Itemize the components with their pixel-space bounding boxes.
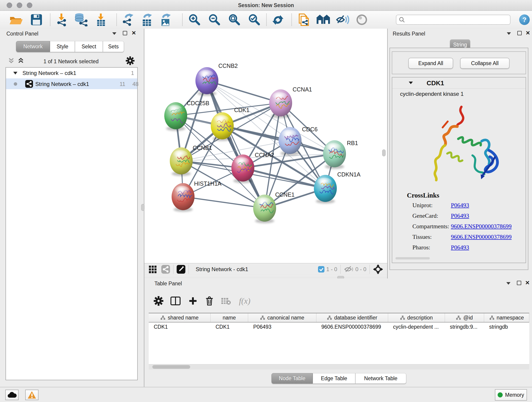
- string-homes-button[interactable]: [316, 13, 330, 26]
- network-edge-hist1h1a-ccne1[interactable]: [183, 197, 265, 208]
- export-network-button[interactable]: [121, 13, 135, 26]
- right-splitter-handle[interactable]: [382, 149, 386, 156]
- network-node-CDKN1A[interactable]: CDKN1A: [314, 171, 361, 204]
- add-column-button[interactable]: [187, 295, 199, 307]
- birdseye-view-icon[interactable]: [177, 265, 185, 274]
- tab-network-table[interactable]: Network Table: [355, 373, 406, 384]
- cloud-icon: [7, 391, 17, 398]
- collapse-all-icon[interactable]: [8, 57, 16, 64]
- fit-crosshair-icon[interactable]: [373, 264, 383, 274]
- panel-float-icon[interactable]: [517, 31, 522, 35]
- import-network-database-button[interactable]: [74, 13, 88, 26]
- network-node-CCNA2[interactable]: CCNA2: [231, 152, 274, 183]
- network-node-CCNE1[interactable]: CCNE1: [253, 191, 295, 223]
- open-session-button[interactable]: [9, 13, 23, 26]
- collapse-all-button[interactable]: Collapse All: [460, 58, 510, 69]
- scrollbar-thumb[interactable]: [152, 365, 190, 369]
- table-cell-database-identifier[interactable]: 9606.ENSP00000378699: [317, 322, 388, 331]
- table-cell-shared-name[interactable]: CDK1: [149, 322, 210, 331]
- tab-style[interactable]: Style: [50, 41, 75, 52]
- expand-all-button[interactable]: Expand All: [408, 58, 453, 69]
- section-scrollbar[interactable]: [395, 257, 430, 259]
- panel-float-icon[interactable]: [517, 281, 521, 285]
- selected-checkbox-icon[interactable]: [318, 266, 324, 273]
- column-header-@id[interactable]: @id: [445, 313, 484, 322]
- panel-collapse-icon[interactable]: [507, 32, 511, 35]
- table-cell-namespace[interactable]: stringdb: [484, 322, 529, 331]
- function-builder-button[interactable]: f(x): [235, 295, 254, 307]
- section-collapse-icon[interactable]: [409, 82, 413, 84]
- crosslink-link[interactable]: 9606.ENSP00000378699: [451, 223, 512, 230]
- crosslink-link[interactable]: P06493: [451, 212, 469, 219]
- table-row[interactable]: CDK1CDK1P064939606.ENSP00000378699cyclin…: [149, 322, 529, 331]
- search-field[interactable]: [396, 15, 510, 25]
- tab-select[interactable]: Select: [75, 41, 103, 52]
- help-button[interactable]: ?: [519, 14, 530, 25]
- search-input[interactable]: [405, 17, 505, 23]
- column-header-canonical-name[interactable]: canonical name: [248, 313, 316, 322]
- show-glyphs-button[interactable]: [355, 13, 369, 26]
- crosslink-link[interactable]: P06493: [451, 244, 469, 251]
- horizontal-splitter[interactable]: [144, 276, 387, 279]
- delete-column-button[interactable]: [203, 295, 215, 307]
- zoom-selected-button[interactable]: [247, 13, 261, 26]
- cloud-status-button[interactable]: [5, 390, 19, 400]
- panel-collapse-icon[interactable]: [506, 282, 510, 285]
- memory-button[interactable]: Memory: [495, 389, 527, 401]
- column-header-namespace[interactable]: namespace: [484, 313, 529, 322]
- export-image-button[interactable]: [159, 13, 173, 26]
- network-node-CCNB2[interactable]: CCNB2: [196, 63, 238, 96]
- zoom-in-button[interactable]: [187, 13, 202, 26]
- column-header-name[interactable]: name: [210, 313, 248, 322]
- table-options-button[interactable]: [152, 295, 165, 307]
- network-collection-row[interactable]: String Network – cdk1 1: [6, 68, 137, 78]
- section-title: CDK1: [427, 80, 444, 87]
- section-header[interactable]: CDK1: [392, 77, 526, 89]
- panel-close-icon[interactable]: ✕: [525, 281, 530, 284]
- table-horizontal-scrollbar[interactable]: [149, 364, 529, 370]
- column-header-database-identifier[interactable]: database identifier: [317, 313, 388, 322]
- network-edge-cdk1-rb1[interactable]: [222, 126, 335, 154]
- import-network-file-button[interactable]: [55, 13, 69, 26]
- hide-glyphs-button[interactable]: [336, 13, 350, 26]
- panel-close-icon[interactable]: ✕: [132, 31, 136, 35]
- table-cell-description[interactable]: cyclin-dependent ...: [388, 322, 445, 331]
- table-cell-name[interactable]: CDK1: [210, 322, 248, 331]
- panel-close-icon[interactable]: ✕: [526, 31, 530, 35]
- refresh-button[interactable]: [271, 13, 285, 26]
- save-session-button[interactable]: [29, 13, 44, 26]
- show-columns-button[interactable]: [170, 295, 181, 307]
- expand-all-icon[interactable]: [17, 57, 25, 64]
- crosslink-link[interactable]: P06493: [451, 202, 469, 209]
- panel-float-icon[interactable]: [123, 31, 127, 35]
- crosslink-link[interactable]: 9606.ENSP00000378699: [451, 234, 512, 240]
- zoom-out-button[interactable]: [207, 13, 222, 26]
- grid-view-icon[interactable]: [148, 265, 158, 274]
- table-cell-canonical-name[interactable]: P06493: [248, 322, 316, 331]
- options-gear-icon[interactable]: [126, 56, 135, 65]
- warning-status-button[interactable]: [25, 390, 38, 400]
- network-node-HIST1H1A[interactable]: HIST1H1A: [172, 180, 222, 212]
- delete-table-button[interactable]: [220, 295, 232, 307]
- share-view-icon[interactable]: [161, 265, 170, 274]
- export-table-button[interactable]: [140, 13, 154, 26]
- zoom-fit-button[interactable]: [227, 13, 241, 26]
- network-canvas[interactable]: CCNB2CCNA1CDC25BCDK1CDC6RB1CCNB1CCNA2CDK…: [144, 29, 387, 263]
- network-node-CCNB1[interactable]: CCNB1: [170, 145, 212, 176]
- panel-collapse-icon[interactable]: [112, 32, 116, 35]
- import-table-button[interactable]: [94, 13, 108, 26]
- left-splitter-handle[interactable]: [141, 204, 145, 211]
- tab-node-table[interactable]: Node Table: [272, 373, 313, 384]
- column-header-shared-name[interactable]: shared name: [149, 313, 210, 322]
- string-import-button[interactable]: [297, 13, 311, 26]
- table-cell-@id[interactable]: stringdb:9...: [445, 322, 484, 331]
- tab-network[interactable]: Network: [16, 41, 50, 52]
- network-node-CCNA1[interactable]: CCNA1: [269, 86, 312, 118]
- network-node-RB1[interactable]: RB1: [323, 140, 358, 169]
- network-node-CDC25B[interactable]: CDC25B: [164, 100, 209, 131]
- network-row-selected[interactable]: String Network – cdk1 11 48: [6, 78, 137, 89]
- tree-expand-icon[interactable]: [13, 72, 17, 75]
- column-header-description[interactable]: description: [388, 313, 445, 322]
- tab-sets[interactable]: Sets: [103, 41, 124, 52]
- tab-edge-table[interactable]: Edge Table: [313, 373, 355, 384]
